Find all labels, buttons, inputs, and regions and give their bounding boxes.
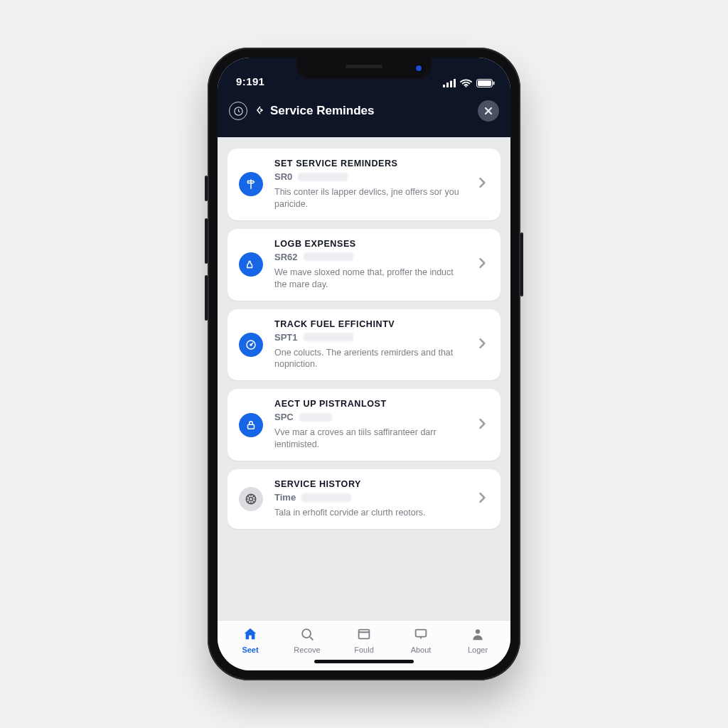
list-item-desc: We mave sloxed nome that, proffer the in… bbox=[274, 267, 465, 291]
gauge-icon bbox=[239, 333, 263, 357]
chevron-right-icon bbox=[475, 336, 492, 353]
tab-label: Fould bbox=[354, 646, 374, 654]
volume-button bbox=[205, 176, 208, 201]
tabbar-container: Seet Recove Fould About Loger bbox=[218, 620, 510, 670]
page-title: Service Remindes bbox=[270, 104, 374, 118]
cellular-icon bbox=[443, 79, 456, 87]
wifi-icon bbox=[460, 79, 472, 87]
list-item-title: TRACK FUEL EFfICHiNTV bbox=[274, 319, 465, 329]
tab-label: Recove bbox=[294, 646, 320, 654]
pipe-icon bbox=[239, 252, 263, 277]
svg-point-14 bbox=[302, 629, 311, 638]
volume-button bbox=[205, 218, 208, 264]
phone-frame: 9:191 Service Remindes bbox=[208, 48, 520, 680]
list-item-code: SR0 bbox=[274, 171, 292, 182]
list-item-history[interactable]: SERVICE HISTORY Time Tala in erhofit cor… bbox=[228, 469, 500, 529]
svg-rect-6 bbox=[478, 80, 491, 86]
svg-rect-3 bbox=[454, 79, 456, 87]
redacted-placeholder bbox=[299, 413, 332, 422]
svg-point-17 bbox=[476, 629, 480, 633]
screen: 9:191 Service Remindes bbox=[218, 58, 510, 670]
breadcrumb-chevron-icon bbox=[256, 105, 263, 117]
svg-rect-16 bbox=[416, 630, 427, 637]
list-item-code: SR62 bbox=[274, 252, 298, 262]
window-icon bbox=[356, 626, 372, 643]
list-item-title: SERVICE HISTORY bbox=[274, 479, 465, 489]
lock-icon bbox=[239, 413, 263, 437]
tab-label: About bbox=[411, 646, 432, 654]
list-item-fuel[interactable]: TRACK FUEL EFfICHiNTV SPT1 One colucts. … bbox=[228, 309, 500, 381]
close-icon bbox=[484, 105, 493, 117]
list-item-expenses[interactable]: LoGB EXPENSES SR62 We mave sloxed nome t… bbox=[228, 229, 500, 301]
list-item-title: LoGB EXPENSES bbox=[274, 239, 465, 249]
redacted-placeholder bbox=[298, 173, 348, 181]
list-item-code: SPT1 bbox=[274, 332, 298, 343]
list-item-aect[interactable]: AeCT UP PiSTRANLOST SPC Vve mar a croves… bbox=[228, 389, 500, 461]
svg-rect-0 bbox=[443, 85, 445, 87]
svg-point-13 bbox=[250, 497, 253, 500]
list-item-desc: Vve mar a croves an tiils saffiranteer d… bbox=[274, 427, 465, 451]
chevron-right-icon bbox=[475, 417, 492, 434]
power-button bbox=[520, 232, 523, 296]
volume-button bbox=[205, 275, 208, 321]
svg-rect-2 bbox=[450, 81, 452, 88]
svg-rect-15 bbox=[359, 630, 370, 639]
list-item-desc: One colucts. The arerients remirders and… bbox=[274, 347, 465, 371]
notch bbox=[296, 58, 432, 79]
list-item-set-reminders[interactable]: SET SERVICE REMINDERS SR0 This conter il… bbox=[228, 149, 500, 220]
search-icon bbox=[299, 626, 315, 643]
svg-point-4 bbox=[465, 86, 466, 87]
list-item-code: Time bbox=[274, 492, 296, 503]
tab-label: Seet bbox=[242, 646, 258, 654]
home-indicator[interactable] bbox=[218, 655, 510, 670]
monitor-icon bbox=[413, 626, 429, 643]
svg-point-10 bbox=[250, 344, 252, 346]
redacted-placeholder bbox=[304, 333, 353, 341]
tab-seet[interactable]: Seet bbox=[222, 626, 279, 654]
tab-fould[interactable]: Fould bbox=[336, 626, 392, 654]
chevron-right-icon bbox=[475, 256, 492, 273]
list-item-desc: Tala in erhofit corvide ar clurth reotor… bbox=[274, 507, 465, 519]
home-icon bbox=[242, 626, 258, 643]
tab-recove[interactable]: Recove bbox=[279, 626, 336, 654]
list-item-title: AeCT UP PiSTRANLOST bbox=[274, 399, 465, 409]
list-item-desc: This conter ils lapper devlics, jne offe… bbox=[274, 186, 465, 210]
navbar: Service Remindes bbox=[218, 90, 510, 137]
svg-rect-7 bbox=[493, 82, 495, 85]
content-list: SET SERVICE REMINDERS SR0 This conter il… bbox=[218, 137, 510, 620]
battery-icon bbox=[476, 79, 495, 87]
svg-rect-11 bbox=[248, 424, 255, 429]
clock-icon bbox=[229, 102, 247, 120]
svg-rect-1 bbox=[446, 82, 449, 87]
tab-label: Loger bbox=[468, 646, 488, 654]
tire-icon bbox=[239, 487, 263, 511]
person-icon bbox=[470, 626, 486, 643]
redacted-placeholder bbox=[304, 252, 353, 261]
signpost-icon bbox=[239, 172, 263, 196]
close-button[interactable] bbox=[478, 100, 499, 122]
chevron-right-icon bbox=[475, 176, 492, 193]
tab-about[interactable]: About bbox=[392, 626, 449, 654]
list-item-title: SET SERVICE REMINDERS bbox=[274, 159, 465, 168]
tabbar: Seet Recove Fould About Loger bbox=[218, 620, 510, 655]
list-item-code: SPC bbox=[274, 412, 294, 422]
redacted-placeholder bbox=[301, 493, 351, 502]
tab-loger[interactable]: Loger bbox=[449, 626, 506, 654]
chevron-right-icon bbox=[475, 491, 492, 508]
status-time: 9:191 bbox=[236, 75, 264, 87]
